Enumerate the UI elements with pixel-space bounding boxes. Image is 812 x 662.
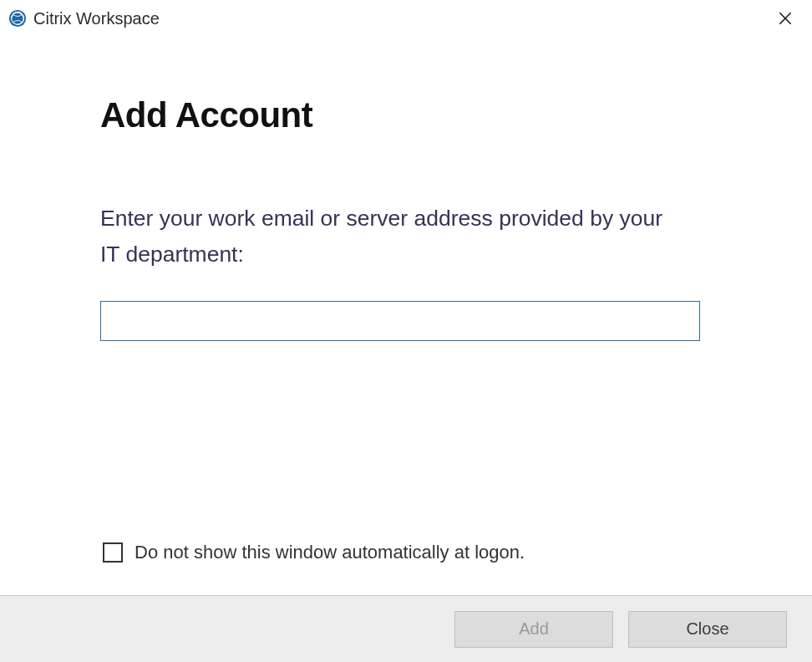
app-title: Citrix Workspace xyxy=(33,9,160,28)
add-button[interactable]: Add xyxy=(454,611,613,648)
titlebar-left: Citrix Workspace xyxy=(8,9,160,28)
close-button-label: Close xyxy=(686,619,728,639)
button-bar: Add Close xyxy=(0,595,812,662)
dont-show-label[interactable]: Do not show this window automatically at… xyxy=(134,542,525,563)
instruction-text: Enter your work email or server address … xyxy=(100,201,685,272)
page-heading: Add Account xyxy=(100,95,712,135)
window-close-button[interactable] xyxy=(770,3,800,33)
server-address-input[interactable] xyxy=(100,301,700,341)
citrix-logo-icon xyxy=(8,9,27,28)
add-button-label: Add xyxy=(519,619,549,639)
titlebar: Citrix Workspace xyxy=(0,0,812,37)
content-area: Add Account Enter your work email or ser… xyxy=(0,37,812,341)
close-icon xyxy=(777,10,794,27)
dont-show-checkbox-row[interactable]: Do not show this window automatically at… xyxy=(103,542,525,563)
close-button[interactable]: Close xyxy=(628,611,787,648)
dont-show-checkbox[interactable] xyxy=(103,542,123,563)
